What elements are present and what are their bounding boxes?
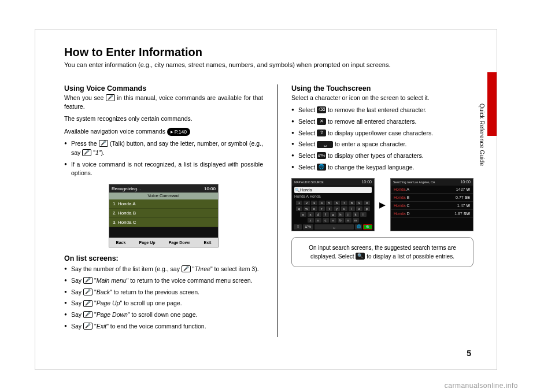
info-box: On input search screens, the suggested s… [291, 237, 473, 267]
kb-search-field: Honda [294, 187, 372, 193]
ts-bullet-6: Select 🌐 to change the keypad language. [291, 163, 473, 172]
heading-voice: Using Voice Commands [64, 84, 263, 93]
ls-bullet-5: Say 🎤 "Page Down" to scroll down one pag… [64, 310, 263, 320]
talk-icon: 🎤 [83, 300, 92, 307]
ls-bullet-1: Say the number of the list item (e.g., s… [64, 265, 263, 274]
res-time: 10:00 [460, 180, 471, 184]
page-title: How to Enter Information [64, 46, 473, 59]
voice-bullets: Press the 🎤 (Talk) button, and say the l… [64, 139, 263, 178]
heading-list-screens: On list screens: [64, 254, 263, 262]
ls-bullet-4: Say 🎤 "Page Up" to scroll up one page. [64, 299, 263, 308]
talk-icon: 🎤 [83, 289, 92, 295]
ts-bullet-2: Select ✕ to remove all entered character… [291, 117, 473, 127]
kb-time: 10:00 [361, 180, 372, 184]
backspace-icon: ⌫ [317, 106, 326, 113]
kb-bottom-row: ⇧ &?% ␣ 🌐 🔍 [294, 224, 372, 230]
shot-list: 1. Honda A 2. Honda B 3. Honda C [109, 199, 218, 227]
column-touchscreen: Using the Touchscreen Select a character… [277, 84, 473, 337]
list-screen-bullets: Say the number of the list item (e.g., s… [64, 265, 263, 331]
shot-item: 3. Honda C [109, 218, 218, 227]
shot-status: Recognizing... [112, 186, 141, 191]
symbols-icon: &?% [317, 152, 326, 159]
clear-icon: ✕ [317, 118, 326, 125]
voice-screenshot: Recognizing... 10:00 Voice Command 1. Ho… [109, 184, 219, 247]
voice-note-2: Available navigation voice commands P.14… [64, 127, 263, 136]
talk-icon: 🎤 [106, 94, 115, 101]
talk-icon: 🎤 [83, 311, 92, 318]
section-side-label: Quick Reference Guide [479, 103, 485, 166]
ls-bullet-2: Say 🎤 "Main menu" to return to the voice… [64, 276, 263, 286]
keyboard-screenshot: MAP AUDIO SOURCE 10:00 Honda Honda A Hon… [291, 178, 375, 231]
kb-search-button: 🔍 [363, 224, 372, 230]
arrow-right-icon: ▶ [379, 200, 386, 209]
talk-icon: 🎤 [83, 323, 92, 330]
ts-bullet-1: Select ⌫ to remove the last entered char… [291, 106, 473, 115]
kb-tabs: MAP AUDIO SOURCE [294, 180, 323, 184]
column-voice: Using Voice Commands When you see 🎤 in t… [64, 84, 277, 337]
shot-item: 1. Honda A [109, 199, 218, 209]
voice-bullet-1: Press the 🎤 (Talk) button, and say the l… [64, 139, 263, 158]
page-number: 5 [467, 349, 471, 358]
talk-icon: 🎤 [99, 140, 108, 147]
ts-bullet-4: Select ␣ to enter a space character. [291, 140, 473, 149]
ls-bullet-6: Say 🎤 "Exit" to end the voice command fu… [64, 322, 263, 331]
results-screenshot: Searching near Los Angeles, CA 10:00 Hon… [390, 178, 473, 231]
globe-icon: 🌐 [317, 164, 326, 171]
page-ref-pill: P.140 [167, 128, 190, 136]
heading-touchscreen: Using the Touchscreen [291, 84, 473, 93]
ts-bullet-3: Select ⇧ to display upper/lower case cha… [291, 129, 473, 138]
ts-bullet-5: Select &?% to display other types of cha… [291, 151, 473, 161]
page-subtitle: You can enter information (e.g., city na… [64, 61, 473, 68]
voice-bullet-2: If a voice command is not recognized, a … [64, 160, 263, 179]
ts-screenshot-row: MAP AUDIO SOURCE 10:00 Honda Honda A Hon… [291, 178, 473, 231]
kb-keys: 1234567890 qwertyuiop asdfghjkl zxcvbnm [294, 201, 372, 223]
search-icon: 🔍 [356, 253, 365, 260]
shot-time: 10:00 [204, 186, 216, 191]
talk-icon: 🎤 [83, 277, 92, 284]
ts-intro: Select a character or icon on the screen… [291, 94, 473, 102]
shot-vc-label: Voice Command [109, 193, 218, 199]
space-icon: ␣ [317, 141, 333, 148]
two-column-layout: Using Voice Commands When you see 🎤 in t… [64, 84, 473, 337]
kb-suggestions: Honda A Honda [292, 194, 374, 200]
shot-bottom-bar: Back Page Up Page Down Exit [109, 238, 218, 247]
section-tab [487, 72, 497, 136]
talk-icon: 🎤 [182, 265, 191, 272]
ts-bullets: Select ⌫ to remove the last entered char… [291, 106, 473, 172]
talk-icon: 🎤 [82, 149, 91, 156]
watermark: carmanualsonline.info [445, 382, 518, 390]
ls-bullet-3: Say 🎤 "Back" to return to the previous s… [64, 288, 263, 297]
voice-intro: When you see 🎤 in this manual, voice com… [64, 94, 263, 111]
shift-icon: ⇧ [317, 130, 326, 136]
manual-page: Quick Reference Guide How to Enter Infor… [35, 29, 497, 370]
shot-item: 2. Honda B [109, 209, 218, 218]
res-loc: Searching near Los Angeles, CA [393, 180, 435, 184]
voice-note-1: The system recognizes only certain comma… [64, 114, 263, 123]
